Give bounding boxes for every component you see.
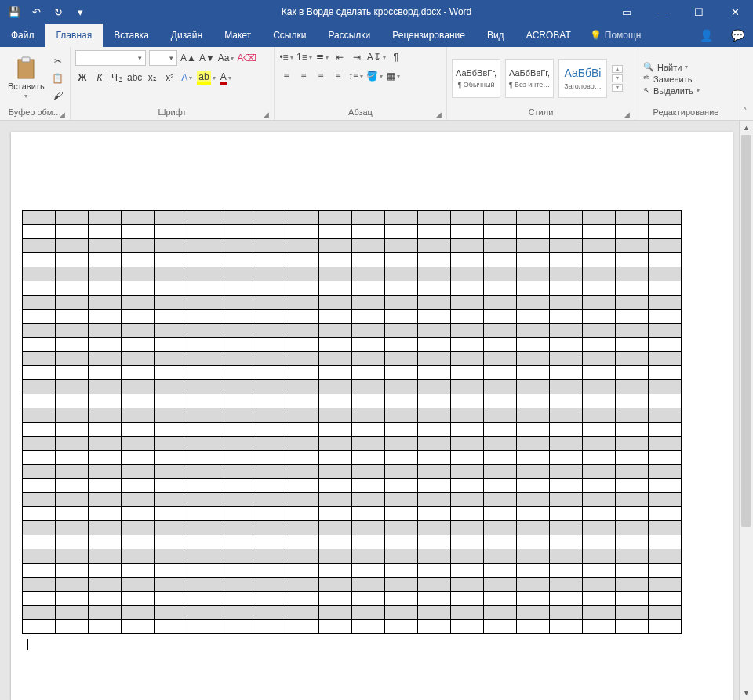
table-cell[interactable]: [253, 338, 286, 352]
table-cell[interactable]: [286, 535, 319, 549]
table-cell[interactable]: [23, 281, 56, 296]
table-cell[interactable]: [451, 338, 484, 352]
table-cell[interactable]: [220, 324, 253, 338]
table-cell[interactable]: [418, 465, 451, 479]
table-cell[interactable]: [155, 521, 187, 535]
table-cell[interactable]: [616, 437, 649, 451]
scroll-down-button[interactable]: ▼: [740, 686, 753, 700]
show-marks-button[interactable]: ¶: [389, 50, 403, 64]
table-cell[interactable]: [56, 592, 89, 606]
table-cell[interactable]: [418, 296, 451, 310]
table-cell[interactable]: [484, 338, 517, 352]
table-cell[interactable]: [484, 535, 517, 549]
table-cell[interactable]: [385, 225, 418, 239]
table-cell[interactable]: [451, 535, 484, 549]
table-cell[interactable]: [220, 606, 253, 620]
table-row[interactable]: [23, 465, 682, 479]
table-cell[interactable]: [550, 352, 583, 366]
table-cell[interactable]: [286, 521, 319, 535]
table-cell[interactable]: [220, 338, 253, 352]
table-cell[interactable]: [187, 549, 220, 564]
table-cell[interactable]: [352, 578, 385, 592]
table-cell[interactable]: [517, 338, 550, 352]
table-cell[interactable]: [583, 479, 616, 493]
table-cell[interactable]: [352, 451, 385, 465]
table-cell[interactable]: [649, 564, 682, 578]
table-cell[interactable]: [89, 366, 122, 380]
table-cell[interactable]: [286, 281, 319, 296]
table-cell[interactable]: [23, 535, 56, 549]
table-cell[interactable]: [550, 366, 583, 380]
table-cell[interactable]: [89, 549, 122, 564]
table-cell[interactable]: [616, 366, 649, 380]
table-cell[interactable]: [517, 423, 550, 437]
table-cell[interactable]: [220, 310, 253, 324]
table-cell[interactable]: [484, 267, 517, 281]
table-cell[interactable]: [155, 606, 187, 620]
table-cell[interactable]: [550, 239, 583, 253]
table-cell[interactable]: [583, 451, 616, 465]
table-cell[interactable]: [616, 296, 649, 310]
table-cell[interactable]: [418, 620, 451, 634]
table-cell[interactable]: [616, 521, 649, 535]
table-cell[interactable]: [286, 493, 319, 507]
decrease-indent-button[interactable]: ⇤: [333, 50, 347, 64]
table-cell[interactable]: [56, 437, 89, 451]
tab-review[interactable]: Рецензирование: [381, 24, 476, 47]
text-effects-button[interactable]: A: [180, 71, 194, 85]
align-left-button[interactable]: ≡: [279, 69, 293, 83]
table-cell[interactable]: [352, 564, 385, 578]
table-cell[interactable]: [155, 267, 187, 281]
table-cell[interactable]: [385, 296, 418, 310]
table-cell[interactable]: [187, 324, 220, 338]
table-cell[interactable]: [352, 620, 385, 634]
table-row[interactable]: [23, 620, 682, 634]
table-cell[interactable]: [451, 493, 484, 507]
table-cell[interactable]: [23, 225, 56, 239]
table-cell[interactable]: [23, 394, 56, 408]
table-cell[interactable]: [89, 408, 122, 423]
table-cell[interactable]: [451, 479, 484, 493]
table-cell[interactable]: [23, 620, 56, 634]
table-cell[interactable]: [418, 281, 451, 296]
table-cell[interactable]: [319, 451, 352, 465]
table-cell[interactable]: [418, 267, 451, 281]
table-cell[interactable]: [286, 239, 319, 253]
table-cell[interactable]: [385, 281, 418, 296]
table-cell[interactable]: [187, 423, 220, 437]
table-cell[interactable]: [517, 535, 550, 549]
table-cell[interactable]: [451, 423, 484, 437]
table-cell[interactable]: [649, 338, 682, 352]
table-cell[interactable]: [550, 310, 583, 324]
table-cell[interactable]: [155, 225, 187, 239]
table-cell[interactable]: [616, 578, 649, 592]
table-cell[interactable]: [155, 620, 187, 634]
table-cell[interactable]: [56, 578, 89, 592]
table-cell[interactable]: [451, 437, 484, 451]
table-cell[interactable]: [122, 507, 155, 521]
table-cell[interactable]: [649, 380, 682, 394]
table-cell[interactable]: [616, 451, 649, 465]
table-row[interactable]: [23, 394, 682, 408]
table-cell[interactable]: [517, 225, 550, 239]
table-cell[interactable]: [220, 620, 253, 634]
table-cell[interactable]: [253, 521, 286, 535]
table-cell[interactable]: [319, 507, 352, 521]
align-center-button[interactable]: ≡: [296, 69, 311, 83]
table-cell[interactable]: [385, 606, 418, 620]
table-cell[interactable]: [155, 592, 187, 606]
table-cell[interactable]: [56, 564, 89, 578]
strikethrough-button[interactable]: abc: [127, 71, 142, 85]
table-cell[interactable]: [451, 310, 484, 324]
table-cell[interactable]: [451, 352, 484, 366]
table-cell[interactable]: [89, 535, 122, 549]
table-cell[interactable]: [23, 493, 56, 507]
table-cell[interactable]: [649, 549, 682, 564]
table-cell[interactable]: [616, 493, 649, 507]
table-cell[interactable]: [286, 267, 319, 281]
table-cell[interactable]: [23, 239, 56, 253]
table-cell[interactable]: [583, 437, 616, 451]
table-cell[interactable]: [187, 253, 220, 267]
table-cell[interactable]: [253, 281, 286, 296]
table-cell[interactable]: [122, 338, 155, 352]
